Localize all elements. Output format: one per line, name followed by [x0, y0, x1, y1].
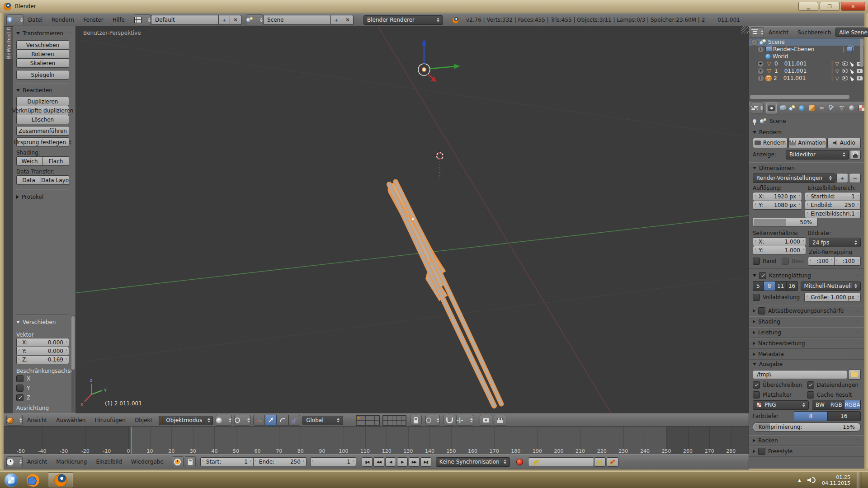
menu-item[interactable]: Hilfe: [108, 17, 129, 23]
selectability-cursor-icon[interactable]: [850, 68, 854, 74]
remap-old-field[interactable]: ‹:100 ›: [808, 257, 835, 266]
menu-item[interactable]: Wiedergabe: [127, 459, 168, 465]
checkbox[interactable]: ✓: [16, 385, 24, 392]
renderability-camera-icon[interactable]: [857, 76, 863, 80]
screen-layout-field[interactable]: Default: [151, 15, 219, 25]
tool-button[interactable]: Rotieren: [16, 49, 69, 59]
menu-item[interactable]: Ansicht: [23, 459, 52, 465]
expand-toggle[interactable]: +: [757, 68, 764, 75]
channel-button[interactable]: RGB: [828, 400, 844, 410]
resolution-field[interactable]: ‹X: 1920 px›: [753, 192, 802, 201]
lock-time-button[interactable]: [185, 456, 196, 467]
selectability-cursor-icon[interactable]: [850, 61, 854, 67]
collapsed-panel-header[interactable]: ✓ Leistung::::: [749, 327, 864, 338]
expand-toggle[interactable]: -: [751, 39, 758, 46]
volume-icon[interactable]: [807, 477, 816, 483]
preset-remove-button[interactable]: −: [849, 173, 861, 183]
collapsed-panel-header[interactable]: ✓ Freestyle::::: [749, 446, 864, 456]
outliner-vscrollbar[interactable]: [860, 39, 863, 67]
scene-browse-button[interactable]: [246, 14, 263, 25]
border-check-row[interactable]: ✓ Rand: [753, 258, 782, 265]
playback-button[interactable]: ▶: [397, 457, 408, 467]
visibility-eye-icon[interactable]: [842, 69, 848, 73]
properties-tab[interactable]: [777, 103, 787, 113]
outliner-hscrollbar[interactable]: [750, 95, 849, 99]
aa-filter-select[interactable]: Mitchell-Netraveli: [801, 282, 861, 291]
menu-item[interactable]: Suchbereich: [793, 29, 835, 36]
render-still-button[interactable]: Rendern: [753, 138, 788, 148]
layers-grid-2[interactable]: [382, 415, 406, 426]
close-button[interactable]: ✕: [841, 2, 865, 11]
aa-size-field[interactable]: ‹ Größe: 1.000 px ›: [804, 293, 861, 302]
pin-icon[interactable]: [753, 119, 756, 123]
scale-manipulator-button[interactable]: [288, 415, 300, 426]
render-animation-button[interactable]: Animation: [788, 138, 826, 148]
panel-checkbox[interactable]: ✓: [758, 307, 765, 314]
insert-keyframe-button[interactable]: [594, 457, 606, 467]
aa-sample-button[interactable]: 5: [753, 281, 764, 291]
mode-select[interactable]: Objektmodus: [159, 416, 213, 425]
auto-keyframe-button[interactable]: [514, 457, 525, 467]
frame-start-field[interactable]: ‹Start: 1›: [200, 457, 254, 466]
layers-grid-1[interactable]: [356, 415, 380, 426]
outliner-row[interactable]: World | ▽ |: [749, 53, 864, 60]
data-button[interactable]: Data: [16, 175, 41, 185]
viewport-shading-select[interactable]: [216, 415, 232, 426]
channel-button[interactable]: RGBA: [844, 400, 861, 410]
sync-mode-select[interactable]: Keine Synchronisation: [436, 457, 510, 467]
panel-header-dimensions[interactable]: Dimensionen ::::: [749, 164, 864, 173]
toolshelf-scrollbar-thumb[interactable]: [71, 316, 75, 370]
rotate-manipulator-button[interactable]: [277, 415, 288, 426]
render-presets-select[interactable]: Render-Voreinstellungen: [753, 174, 835, 183]
tray-expand-icon[interactable]: ▲: [798, 478, 801, 483]
axis-checkbox-row[interactable]: ✓ X: [16, 375, 69, 382]
current-frame-field[interactable]: ‹ 1›: [310, 457, 356, 466]
playback-range-toggle[interactable]: [172, 456, 184, 467]
properties-tab[interactable]: [827, 103, 836, 113]
properties-tab[interactable]: [847, 103, 856, 113]
vector-component-field[interactable]: ‹X: 0.000›: [16, 338, 69, 347]
snap-element-select[interactable]: [456, 415, 473, 426]
editor-type-3dview-button[interactable]: [6, 415, 23, 426]
translate-manipulator-button[interactable]: [265, 415, 277, 426]
panel-header-history[interactable]: Protokol: [16, 192, 69, 202]
shade-flat-button[interactable]: Flach: [43, 156, 69, 166]
panel-header-antialiasing[interactable]: ✓ Kantenglättung ::::: [749, 271, 864, 280]
properties-tab[interactable]: [807, 103, 816, 113]
tool-button[interactable]: Verschieben: [16, 40, 69, 50]
axis-checkbox-row[interactable]: ✓ Z: [16, 394, 69, 401]
area-resize-corner[interactable]: [741, 26, 749, 33]
checkbox[interactable]: ✓: [16, 375, 24, 382]
manipulator-toggle-button[interactable]: [253, 415, 265, 426]
viewport-3d[interactable]: z y x Benutzer-Perspektive (1) 2 011.001: [76, 26, 749, 413]
panel-checkbox[interactable]: ✓: [758, 448, 765, 455]
renderability-camera-icon[interactable]: [857, 69, 863, 73]
panel-header-output[interactable]: Ausgabe ::::: [749, 360, 864, 369]
menu-item[interactable]: Hinzufügen: [90, 417, 130, 423]
output-check-row[interactable]: ✓ Cache Result: [807, 391, 861, 399]
checkbox[interactable]: ✓: [16, 394, 24, 401]
vector-component-field[interactable]: ‹Z: -0.169›: [16, 355, 69, 364]
proportional-edit-button[interactable]: [425, 415, 440, 426]
editor-type-info-button[interactable]: i: [6, 14, 24, 25]
frame-end-field[interactable]: ‹Ende: 250›: [254, 457, 307, 466]
visibility-eye-icon[interactable]: [842, 76, 848, 80]
show-desktop-button[interactable]: [857, 472, 862, 488]
collapsed-panel-header[interactable]: ✓ Backen::::: [749, 435, 864, 446]
collapsed-panel-header[interactable]: ✓ Nachbearbeitung::::: [749, 338, 864, 348]
vector-component-field[interactable]: ‹Y: 0.000›: [16, 347, 69, 356]
scene-add-button[interactable]: ＋: [331, 15, 342, 25]
shade-smooth-button[interactable]: Weich: [16, 156, 43, 166]
aa-sample-button[interactable]: 11: [775, 281, 787, 291]
scene-field[interactable]: Scene: [263, 15, 331, 25]
scene-delete-button[interactable]: ✕: [342, 15, 354, 25]
playback-button[interactable]: ▶▮: [420, 457, 431, 467]
preset-add-button[interactable]: ＋: [836, 173, 848, 183]
layout-add-button[interactable]: ＋: [219, 15, 230, 25]
aa-sample-button[interactable]: 16: [787, 281, 798, 291]
output-check-row[interactable]: ✓ Überschreiben: [753, 381, 807, 389]
output-check-row[interactable]: ✓ Dateiendungen: [807, 381, 861, 389]
transform-orientation-select[interactable]: Global: [302, 416, 343, 425]
checkbox[interactable]: ✓: [753, 294, 760, 301]
screen-layout-browse-button[interactable]: [134, 14, 151, 25]
